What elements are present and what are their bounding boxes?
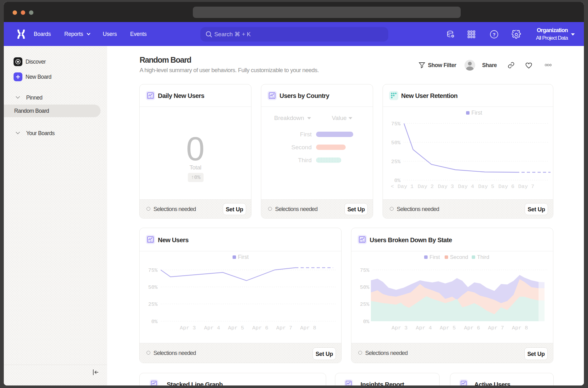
svg-text:Apr 4: Apr 4 (416, 325, 432, 331)
svg-text:0%: 0% (151, 319, 158, 325)
svg-text:Day 4: Day 4 (458, 184, 474, 190)
svg-text:25%: 25% (360, 301, 369, 307)
svg-text:50%: 50% (148, 284, 158, 290)
svg-text:50%: 50% (360, 284, 369, 290)
svg-text:Day 3: Day 3 (438, 184, 454, 190)
svg-text:Apr 4: Apr 4 (204, 325, 220, 331)
svg-text:75%: 75% (391, 121, 401, 127)
svg-text:Day 7: Day 7 (518, 184, 534, 190)
svg-text:Second: Second (450, 254, 468, 260)
svg-text:Apr 3: Apr 3 (180, 325, 196, 331)
svg-text:0%: 0% (363, 319, 369, 325)
svg-text:Apr 5: Apr 5 (440, 325, 456, 331)
svg-text:Apr 7: Apr 7 (488, 325, 504, 331)
svg-text:25%: 25% (148, 301, 158, 307)
svg-text:25%: 25% (391, 159, 401, 165)
svg-text:Day 1: Day 1 (397, 184, 413, 190)
svg-text:Apr 6: Apr 6 (464, 325, 480, 331)
svg-text:Apr 8: Apr 8 (512, 325, 528, 331)
svg-text:Day 2: Day 2 (418, 184, 434, 190)
svg-text:First: First (471, 110, 482, 116)
svg-text:50%: 50% (391, 140, 401, 146)
svg-text:Day 6: Day 6 (498, 184, 514, 190)
svg-text:Apr 5: Apr 5 (228, 325, 244, 331)
svg-text:0%: 0% (394, 178, 401, 184)
svg-text:?: ? (493, 32, 495, 37)
svg-text:Day 5: Day 5 (478, 184, 494, 190)
svg-text:Apr 3: Apr 3 (391, 325, 407, 331)
svg-text:75%: 75% (148, 267, 158, 273)
svg-text:First: First (429, 254, 440, 260)
svg-text:Apr 8: Apr 8 (300, 325, 316, 331)
svg-text:Third: Third (477, 254, 489, 260)
svg-text:Apr 6: Apr 6 (252, 325, 268, 331)
svg-text:<: < (391, 184, 394, 190)
svg-text:First: First (238, 254, 249, 260)
svg-text:75%: 75% (360, 267, 369, 273)
svg-text:Apr 7: Apr 7 (276, 325, 292, 331)
